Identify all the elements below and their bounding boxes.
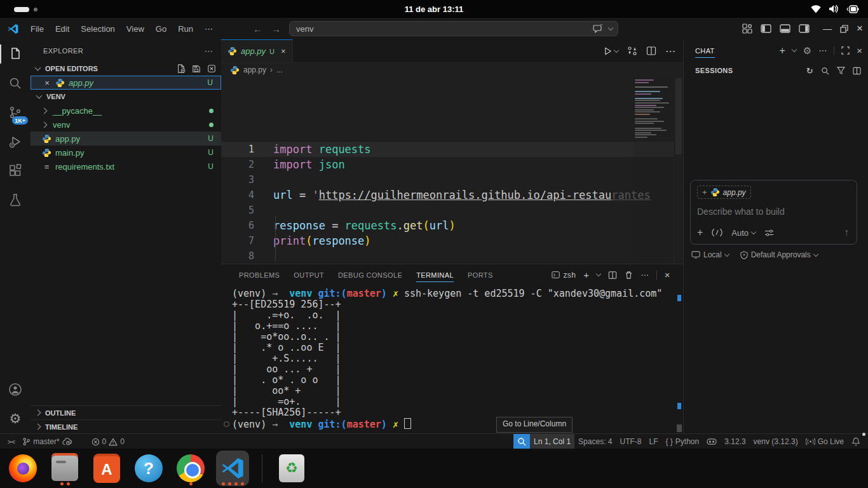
dock-help[interactable]: ? xyxy=(132,451,165,486)
shell-selector[interactable]: zsh xyxy=(552,271,576,280)
notifications-bell-icon[interactable] xyxy=(848,434,864,449)
tree-item-venv[interactable]: venv xyxy=(31,118,221,132)
filter-icon[interactable] xyxy=(837,67,845,74)
dock-firefox[interactable] xyxy=(6,451,39,486)
open-editor-app-py[interactable]: × app.py U xyxy=(31,76,221,90)
activitybar-settings[interactable]: ⚙ xyxy=(0,404,31,433)
python-interpreter-item[interactable]: venv (3.12.3) xyxy=(750,434,802,449)
chevron-down-icon[interactable] xyxy=(792,47,797,52)
new-terminal-icon[interactable]: + xyxy=(583,269,589,280)
editor-more-actions-icon[interactable]: ⋯ xyxy=(665,45,675,57)
kill-terminal-icon[interactable] xyxy=(625,271,633,280)
new-chat-icon[interactable]: + xyxy=(779,45,785,57)
terminal-line[interactable]: | o.+==o .... | xyxy=(232,321,683,332)
activitybar-run-debug[interactable] xyxy=(0,127,31,156)
activitybar-explorer[interactable] xyxy=(0,39,31,69)
tab-debug-console[interactable]: DEBUG CONSOLE xyxy=(338,264,402,285)
toggle-secondary-sidebar-icon[interactable] xyxy=(799,24,810,34)
terminal-line[interactable]: | =o+. | xyxy=(232,396,683,407)
minimize-button[interactable]: — xyxy=(823,24,832,34)
terminal-line[interactable]: +----[SHA256]-----+ xyxy=(232,407,683,418)
remote-indicator[interactable]: >< xyxy=(4,434,18,449)
run-python-file-button[interactable] xyxy=(603,46,618,56)
activitybar-account[interactable] xyxy=(0,375,31,404)
code-line-5[interactable]: 5 xyxy=(221,203,683,218)
code-line-6[interactable]: 6response = requests.get(url) xyxy=(221,218,683,233)
dock-trash[interactable]: ♻ xyxy=(275,451,308,486)
new-untitled-file-icon[interactable] xyxy=(177,64,186,73)
menu-selection[interactable]: Selection xyxy=(76,22,119,36)
command-decoration-icon[interactable] xyxy=(224,421,229,427)
tab-problems[interactable]: PROBLEMS xyxy=(239,264,280,285)
git-branch-item[interactable]: master* xyxy=(18,434,76,449)
save-all-icon[interactable] xyxy=(192,64,201,73)
terminal-line[interactable]: +--[ED25519 256]--+ xyxy=(232,299,683,310)
copilot-status-icon[interactable] xyxy=(703,434,721,449)
command-center-search[interactable]: venv xyxy=(289,21,618,36)
close-tab-icon[interactable]: × xyxy=(281,46,286,56)
code-line-7[interactable]: 7print(response) xyxy=(221,233,683,248)
editor-scrollbar[interactable] xyxy=(674,77,683,264)
close-icon[interactable]: × xyxy=(43,78,51,88)
attach-icon[interactable]: + xyxy=(697,227,703,238)
terminal-line[interactable]: | . o* . o o | xyxy=(232,375,683,386)
terminal-line[interactable]: | .* o ..oo E | xyxy=(232,342,683,353)
chat-input-box[interactable]: + app.py Describe what to build + Auto ↑ xyxy=(690,180,857,245)
activitybar-testing[interactable] xyxy=(0,186,31,215)
breadcrumb-more[interactable]: ... xyxy=(276,65,283,74)
terminal-line[interactable]: (venv) → venv git:(master) ✗ xyxy=(232,418,683,429)
tree-item-requirements[interactable]: ≡ requirements.txt U xyxy=(31,159,221,173)
tree-item-main-py[interactable]: main.py U xyxy=(31,146,221,159)
terminal-line[interactable]: | =o*oo..o.. . | xyxy=(232,332,683,342)
chat-more-icon[interactable]: ⋯ xyxy=(818,46,827,55)
eol-item[interactable]: LF xyxy=(645,434,661,449)
close-all-editors-icon[interactable] xyxy=(207,64,216,73)
tab-ports[interactable]: PORTS xyxy=(468,264,493,285)
dock-vscode[interactable] xyxy=(216,451,249,486)
tab-terminal[interactable]: TERMINAL xyxy=(416,264,454,285)
dock-files[interactable] xyxy=(48,451,81,486)
activitybar-source-control[interactable]: 1K+ xyxy=(0,98,31,127)
copilot-chat-icon[interactable] xyxy=(593,24,603,33)
menu-file[interactable]: File xyxy=(25,22,49,36)
tune-sliders-icon[interactable] xyxy=(764,229,775,237)
open-editors-section[interactable]: OPEN EDITORS xyxy=(31,62,221,76)
send-icon[interactable]: ↑ xyxy=(844,227,849,238)
search-sessions-icon[interactable] xyxy=(821,67,829,75)
chevron-down-icon[interactable] xyxy=(596,271,601,276)
chat-settings-gear-icon[interactable]: ⚙ xyxy=(803,45,811,57)
terminal-line[interactable]: | oo* + | xyxy=(232,386,683,396)
activitybar-search[interactable] xyxy=(0,69,31,98)
menu-go[interactable]: Go xyxy=(151,22,172,36)
maximize-chat-icon[interactable] xyxy=(841,46,850,55)
explorer-more-icon[interactable]: ⋯ xyxy=(205,46,214,56)
tab-output[interactable]: OUTPUT xyxy=(294,264,324,285)
split-terminal-icon[interactable] xyxy=(608,271,617,280)
code-line-2[interactable]: 2import json xyxy=(221,157,683,172)
code-line-3[interactable]: 3 xyxy=(221,172,683,187)
context-chip-app-py[interactable]: + app.py xyxy=(697,186,751,199)
python-version-item[interactable]: 3.12.3 xyxy=(721,434,749,449)
tab-app-py[interactable]: app.py U × xyxy=(221,39,293,62)
chevron-down-icon[interactable] xyxy=(608,25,613,30)
workspace-root[interactable]: VENV xyxy=(31,90,221,104)
go-live-item[interactable]: Go Live xyxy=(802,434,848,449)
minimap[interactable] xyxy=(634,77,674,264)
menu-edit[interactable]: Edit xyxy=(50,22,74,36)
close-chat-icon[interactable]: × xyxy=(857,45,862,56)
restore-button[interactable] xyxy=(840,25,848,33)
terminal-scrollbar-thumb[interactable] xyxy=(677,424,682,432)
tree-item-pycache[interactable]: __pycache__ xyxy=(31,104,221,118)
tools-icon[interactable] xyxy=(712,228,722,237)
terminal-line[interactable]: (venv) → venv git:(master) ✗ ssh-keygen … xyxy=(232,288,683,299)
dock-chrome[interactable] xyxy=(174,451,207,486)
code-line-8[interactable]: 8 xyxy=(221,248,683,264)
close-window-button[interactable]: × xyxy=(857,22,863,35)
toggle-primary-sidebar-icon[interactable] xyxy=(761,24,771,34)
open-changes-icon[interactable] xyxy=(627,46,637,56)
tab-chat[interactable]: CHAT xyxy=(695,39,715,62)
back-icon[interactable]: ← xyxy=(253,24,262,34)
clock[interactable]: 11 de abr 13:11 xyxy=(0,4,868,14)
refresh-icon[interactable]: ↻ xyxy=(806,66,813,76)
panel-more-actions-icon[interactable]: ⋯ xyxy=(641,271,648,280)
